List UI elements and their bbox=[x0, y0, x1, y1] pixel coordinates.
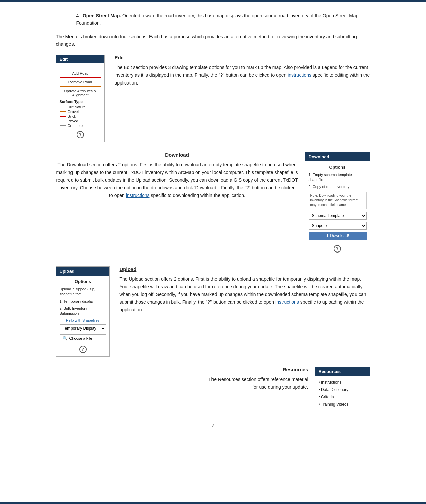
upload-instructions-link[interactable]: instructions bbox=[275, 299, 299, 305]
intro-para: The Menu is broken down into four sectio… bbox=[56, 33, 370, 48]
legend-label-brick: Brick bbox=[68, 114, 76, 118]
item-4-number: 4. bbox=[76, 13, 80, 18]
download-description: The Download section offers 2 options. F… bbox=[56, 161, 298, 199]
legend-label-gravel: Gravel bbox=[68, 110, 79, 114]
legend-concrete: Concrete bbox=[60, 124, 101, 128]
resources-panel-body: • Instructions • Data Dictionary • Crite… bbox=[315, 376, 370, 412]
download-panel: Download Options 1. Empty schema templat… bbox=[305, 152, 370, 256]
upload-section-text: Upload The Upload section offers 2 optio… bbox=[120, 266, 370, 314]
edit-question-btn[interactable]: ? bbox=[77, 131, 84, 138]
resources-desc-line2: for use during your update. bbox=[252, 384, 308, 390]
legend-label-concrete: Concrete bbox=[68, 124, 83, 128]
upload-panel-header: Upload bbox=[56, 267, 109, 276]
resources-section-text: Resources The Resources section offers r… bbox=[56, 367, 308, 391]
download-options-title: Options bbox=[309, 165, 367, 170]
choose-file-label: Choose a File bbox=[69, 336, 92, 340]
download-panel-body: Options 1. Empty schema template shapefi… bbox=[305, 161, 370, 256]
item-4-text: 4. Open Street Map. Oriented toward the … bbox=[76, 12, 370, 27]
item-4: 4. Open Street Map. Oriented toward the … bbox=[56, 12, 370, 27]
remove-road-item: Remove Road bbox=[60, 80, 101, 84]
legend-gravel: Gravel bbox=[60, 110, 101, 114]
upload-panel: Upload Options Upload a zipped (.zip) sh… bbox=[56, 266, 110, 357]
download-section: Download The Download section offers 2 o… bbox=[56, 152, 370, 256]
resource-criteria: • Criteria bbox=[319, 394, 367, 400]
edit-heading: Edit bbox=[115, 55, 370, 60]
line-3 bbox=[60, 86, 101, 87]
upload-question-btn[interactable]: ? bbox=[79, 346, 87, 353]
item-4-title: Open Street Map. bbox=[83, 13, 121, 18]
resources-desc-line1: The Resources section offers reference m… bbox=[208, 377, 308, 382]
upload-question-btn-area: ? bbox=[60, 346, 106, 353]
line-2 bbox=[60, 77, 101, 78]
edit-panel-header: Edit bbox=[56, 55, 104, 63]
edit-description: The Edit section provides 3 drawing temp… bbox=[115, 64, 370, 87]
legend-dirt: Dirt/Natural bbox=[60, 105, 101, 109]
search-icon: 🔍 bbox=[63, 336, 68, 341]
legend-line-gravel bbox=[60, 111, 66, 112]
update-attrs-item: Update Attributes & Alignment bbox=[60, 89, 101, 97]
download-question-btn[interactable]: ? bbox=[334, 245, 341, 253]
upload-description: The Upload section offers 2 options. Fir… bbox=[120, 275, 370, 314]
resources-panel: Resources • Instructions • Data Dictiona… bbox=[315, 367, 370, 412]
legend-paved: Paved bbox=[60, 119, 101, 123]
edit-panel-body: Add Road Remove Road Update Attributes &… bbox=[56, 63, 104, 142]
download-option2: 2. Copy of road inventory bbox=[309, 184, 367, 189]
download-note: Note: Downloading your the inventory in … bbox=[309, 192, 367, 209]
edit-instructions-link[interactable]: instructions bbox=[288, 72, 311, 78]
download-heading: Download bbox=[56, 152, 298, 158]
download-desc-suffix: specific to downloading within the appli… bbox=[150, 193, 245, 198]
download-option1: 1. Empty schema template shapefile bbox=[309, 172, 367, 183]
resources-description: The Resources section offers reference m… bbox=[56, 376, 308, 391]
resource-data-dictionary: • Data Dictionary bbox=[319, 387, 367, 393]
upload-panel-body: Options Upload a zipped (.zip) shapefile… bbox=[56, 276, 109, 356]
upload-desc: Upload a zipped (.zip) shapefile for: bbox=[60, 287, 106, 297]
choose-file-button[interactable]: 🔍 Choose a File bbox=[60, 334, 106, 342]
legend-brick: Brick bbox=[60, 114, 101, 118]
line-1 bbox=[60, 69, 101, 69]
resources-panel-header: Resources bbox=[315, 367, 370, 376]
schema-template-select[interactable]: Schema Template bbox=[309, 212, 367, 220]
surface-type-label: Surface Type bbox=[60, 100, 101, 104]
edit-question-btn-area: ? bbox=[60, 131, 101, 138]
upload-section: Upload Options Upload a zipped (.zip) sh… bbox=[56, 266, 370, 357]
edit-section-text: Edit The Edit section provides 3 drawing… bbox=[115, 55, 370, 87]
temporary-display-select[interactable]: Temporary Display bbox=[60, 324, 106, 332]
legend-line-concrete bbox=[60, 125, 66, 126]
download-instructions-link[interactable]: instructions bbox=[126, 193, 150, 198]
legend-label-dirt: Dirt/Natural bbox=[68, 105, 87, 109]
add-road-item: Add Road bbox=[60, 71, 101, 75]
resource-instructions: • Instructions bbox=[319, 379, 367, 385]
upload-option1: 1. Temporary display bbox=[60, 299, 106, 304]
shapefile-select[interactable]: Shapefile bbox=[309, 222, 367, 230]
download-question-btn-area: ? bbox=[309, 245, 367, 253]
download-button[interactable]: ⬇ Download! bbox=[309, 232, 367, 240]
legend-line-dirt bbox=[60, 107, 66, 107]
resources-section: Resources The Resources section offers r… bbox=[56, 367, 370, 412]
page-content: 4. Open Street Map. Oriented toward the … bbox=[29, 2, 397, 448]
upload-heading: Upload bbox=[120, 266, 370, 272]
legend-line-paved bbox=[60, 121, 66, 121]
legend-label-paved: Paved bbox=[68, 119, 78, 123]
help-shapefiles-link[interactable]: Help with Shapefiles bbox=[60, 318, 106, 322]
upload-options-title: Options bbox=[60, 279, 106, 284]
download-panel-header: Download bbox=[305, 152, 370, 161]
upload-option2: 2. Bulk Inventory Submission bbox=[60, 306, 106, 316]
bottom-bar bbox=[0, 502, 426, 504]
download-section-text: Download The Download section offers 2 o… bbox=[56, 152, 298, 199]
edit-panel: Edit Add Road Remove Road Update Attribu… bbox=[56, 55, 105, 142]
page-number: 7 bbox=[56, 423, 370, 428]
resource-training-videos: • Training Videos bbox=[319, 401, 367, 407]
resources-heading: Resources bbox=[56, 367, 308, 372]
edit-section: Edit Add Road Remove Road Update Attribu… bbox=[56, 55, 370, 142]
legend-line-brick bbox=[60, 116, 66, 117]
